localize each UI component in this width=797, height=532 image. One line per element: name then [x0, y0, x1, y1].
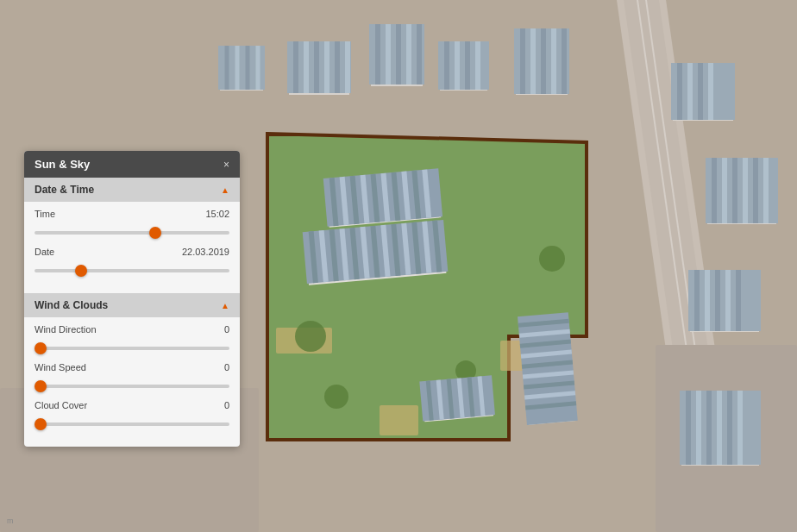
section-header-date-time[interactable]: Date & Time ▲	[24, 178, 240, 202]
cloud-cover-value: 0	[204, 400, 229, 410]
logo-text: m	[7, 516, 14, 525]
time-label: Time	[35, 209, 55, 219]
wind-speed-slider[interactable]	[35, 385, 229, 388]
cloud-cover-control-row: Cloud Cover 0	[35, 400, 229, 410]
time-slider[interactable]	[35, 231, 229, 235]
sun-sky-panel: Sun & Sky × Date & Time ▲ Time 15:02 Dat…	[24, 151, 240, 447]
wind-direction-slider[interactable]	[35, 347, 229, 350]
wind-direction-slider-container	[35, 338, 229, 354]
wind-direction-label: Wind Direction	[35, 324, 97, 335]
chevron-icon-wind-clouds: ▲	[221, 301, 229, 310]
wind-direction-control-row: Wind Direction 0	[35, 324, 229, 335]
date-slider[interactable]	[35, 269, 229, 272]
cloud-cover-slider[interactable]	[35, 422, 229, 426]
section-label-wind-clouds: Wind & Clouds	[35, 299, 108, 311]
cloud-cover-label: Cloud Cover	[35, 400, 87, 410]
wind-speed-slider-container	[35, 376, 229, 391]
time-value: 15:02	[204, 209, 229, 219]
wind-direction-value: 0	[204, 324, 229, 335]
chevron-icon-date-time: ▲	[221, 185, 229, 195]
time-control-row: Time 15:02	[35, 209, 229, 219]
section-content-wind-clouds: Wind Direction 0 Wind Speed 0 Cloud Cove…	[24, 317, 240, 447]
svg-point-14	[539, 246, 565, 272]
time-slider-container	[35, 222, 229, 238]
panel-header: Sun & Sky ×	[24, 151, 240, 178]
date-control-row: Date 22.03.2019	[35, 247, 229, 257]
panel-title: Sun & Sky	[35, 158, 90, 171]
panel-close-button[interactable]: ×	[223, 160, 229, 170]
map-logo: m	[7, 516, 14, 525]
wind-speed-control-row: Wind Speed 0	[35, 362, 229, 372]
wind-speed-value: 0	[204, 362, 229, 372]
wind-speed-label: Wind Speed	[35, 362, 86, 372]
date-label: Date	[35, 247, 54, 257]
svg-point-16	[324, 385, 348, 409]
section-content-date-time: Time 15:02 Date 22.03.2019	[24, 202, 240, 293]
section-label-date-time: Date & Time	[35, 184, 94, 196]
section-header-wind-clouds[interactable]: Wind & Clouds ▲	[24, 293, 240, 317]
date-slider-container	[35, 260, 229, 276]
svg-rect-12	[380, 405, 418, 435]
svg-point-13	[295, 321, 326, 352]
cloud-cover-slider-container	[35, 414, 229, 429]
date-value: 22.03.2019	[182, 247, 229, 257]
